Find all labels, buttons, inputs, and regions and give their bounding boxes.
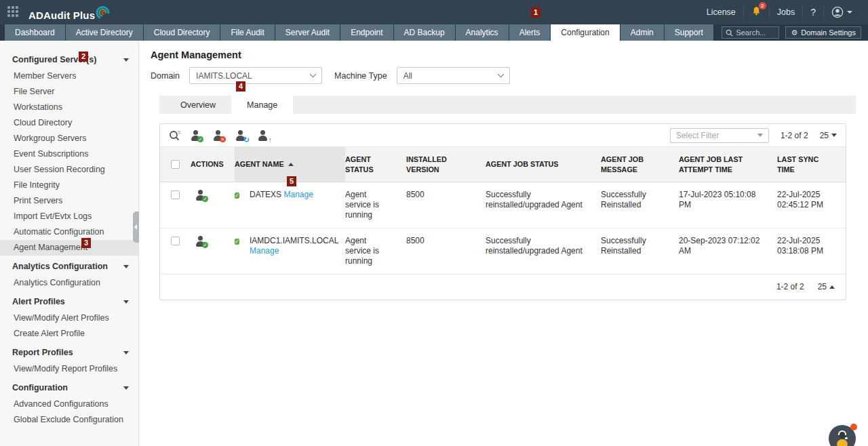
brand: ADAudit Plus [0,3,111,21]
chevron-up-icon [829,285,835,289]
nav-tab-file-audit[interactable]: File Audit [220,24,274,41]
agent-name: DATEXS [250,190,281,199]
license-link[interactable]: License [699,7,743,18]
select-filter-placeholder: Select Filter [676,131,719,140]
user-menu[interactable] [823,7,860,18]
sidebar-item-member-servers[interactable]: Member Servers [0,68,138,84]
sidebar-item-view-modify-alert-profiles[interactable]: View/Modify Alert Profiles [0,310,138,326]
sidebar-item-event-subscriptions[interactable]: Event Subscriptions [0,146,138,162]
nav-tab-ad-backup[interactable]: AD Backup [394,24,455,41]
sidebar-section-configuration[interactable]: Configuration [0,379,138,397]
search-input[interactable] [736,28,775,37]
nav-tab-analytics[interactable]: Analytics [456,24,509,41]
sidebar-item-global-exclude-configuration[interactable]: Global Exclude Configuration [0,412,138,428]
domain-settings-button[interactable]: ⚙ Domain Settings [785,26,861,39]
search-icon [726,29,733,37]
chat-alert-dot [850,424,857,430]
row-checkbox[interactable] [171,190,180,199]
sidebar-item-cloud-directory[interactable]: Cloud Directory [0,115,138,131]
agent-action-icon[interactable]: ✓ [196,236,208,247]
sidebar-item-workgroup-servers[interactable]: Workgroup Servers [0,131,138,146]
upgrade-agent-icon[interactable]: ↑ [258,130,271,141]
sidebar-section-configured-servers[interactable]: Configured Server(s) [0,51,138,68]
annotation-badge-4: 4 [236,81,245,92]
col-last-sync-time[interactable]: LAST SYNC TIME [777,147,846,182]
page-size-value: 25 [818,282,827,291]
sidebar-item-workstations[interactable]: Workstations [0,100,138,115]
sidebar-item-print-servers[interactable]: Print Servers [0,193,138,209]
uninstall-agent-icon[interactable]: ✕ [214,130,226,141]
help-button[interactable]: ? [802,7,823,18]
col-actions[interactable]: ACTIONS [191,147,235,182]
nav-tab-dashboard[interactable]: Dashboard [5,24,65,41]
sidebar-section-alert-profiles[interactable]: Alert Profiles [0,293,138,310]
sidebar-item-create-alert-profile[interactable]: Create Alert Profile [0,326,138,342]
manage-link[interactable]: Manage [283,190,313,199]
col-label: AGENT JOB MESSAGE [601,155,648,174]
agent-name-wrap: IAMDC1.IAMITS.LOCAL Manage [250,236,338,256]
sidebar-item-import-evt-logs[interactable]: Import Evt/Evtx Logs [0,209,138,224]
nav-tab-endpoint[interactable]: Endpoint [340,24,393,41]
table-header-row: ACTIONS AGENT NAME AGENT STATUS INSTALLE… [160,146,846,182]
sidebar-item-file-integrity[interactable]: File Integrity [0,178,138,193]
installed-version: 8500 [406,236,425,246]
sidebar-item-advanced-configurations[interactable]: Advanced Configurations [0,397,138,412]
agent-action-icon[interactable]: ✓ [196,190,208,201]
chevron-down-icon [123,300,129,304]
sort-asc-icon [288,163,294,166]
col-agent-job-last-attempt-time[interactable]: AGENT JOB LAST ATTEMPT TIME [679,147,777,182]
pagination-range-bottom: 1-2 of 2 [776,282,804,291]
reinstall-agent-icon[interactable]: ↻ [236,130,248,141]
app-logo[interactable]: ADAudit Plus [28,3,111,21]
nav-tab-admin[interactable]: Admin [620,24,664,41]
col-installed-version[interactable]: INSTALLED VERSION [406,147,486,182]
sidebar: Configured Server(s) Member Servers File… [0,41,139,446]
machine-type-select[interactable]: All [397,67,510,84]
pagination-range-top: 1-2 of 2 [781,131,808,140]
col-agent-job-status[interactable]: AGENT JOB STATUS [486,147,601,182]
col-agent-job-message[interactable]: AGENT JOB MESSAGE [601,147,679,182]
nav-tab-cloud-directory[interactable]: Cloud Directory [144,24,220,41]
chevron-down-icon [123,386,129,390]
apps-grid-icon[interactable] [7,6,20,18]
jobs-label: Jobs [777,7,795,17]
manage-link[interactable]: Manage [250,246,279,256]
global-search[interactable] [722,26,779,39]
notifications-button[interactable]: 2 [743,7,769,18]
table-row: ✓ ✓ IAMDC1.IAMITS.LOCAL Manage Agent ser… [160,228,846,275]
sidebar-section-analytics-configuration[interactable]: Analytics Configuration [0,258,138,275]
sidebar-item-automatic-configuration[interactable]: Automatic Configuration [0,224,138,240]
tab-manage[interactable]: Manage [231,96,293,114]
page-size-selector-bottom[interactable]: 25 [818,282,835,291]
sidebar-item-agent-management[interactable]: Agent Management [0,240,138,256]
select-filter-dropdown[interactable]: Select Filter [670,128,769,143]
col-label: AGENT JOB LAST ATTEMPT TIME [679,155,750,174]
jobs-link[interactable]: Jobs [769,7,802,18]
sidebar-item-user-session-recording[interactable]: User Session Recording [0,162,138,178]
sidebar-section-report-profiles[interactable]: Report Profiles [0,344,138,361]
row-checkbox[interactable] [171,237,180,245]
installed-version: 8500 [406,190,425,200]
sidebar-item-view-modify-report-profiles[interactable]: View/Modify Report Profiles [0,361,138,377]
sidebar-item-file-server[interactable]: File Server [0,84,138,100]
advanced-search-icon[interactable] [169,129,181,141]
nav-tab-configuration[interactable]: Configuration [551,24,619,41]
sidebar-collapse-handle[interactable] [133,211,139,243]
page-size-selector-top[interactable]: 25 [820,131,837,140]
agent-job-message: Successfully Reinstalled [601,190,652,210]
topbar-right: License 2 Jobs ? [699,7,868,18]
nav-tab-support[interactable]: Support [665,24,713,41]
domain-select[interactable]: IAMITS.LOCAL [189,67,322,84]
main-content: Agent Management Domain IAMITS.LOCAL Mac… [140,41,868,446]
install-agent-icon[interactable]: ✓ [191,130,203,141]
col-agent-status[interactable]: AGENT STATUS [345,147,406,182]
chevron-down-icon [497,71,504,78]
chat-support-icon[interactable] [829,425,856,446]
nav-tab-active-directory[interactable]: Active Directory [66,24,143,41]
sidebar-item-analytics-configuration[interactable]: Analytics Configuration [0,275,138,291]
tab-overview[interactable]: Overview [165,96,231,114]
nav-tab-server-audit[interactable]: Server Audit [275,24,340,41]
select-all-checkbox[interactable] [171,160,180,169]
chevron-down-icon [123,265,129,268]
nav-tab-alerts[interactable]: Alerts [509,24,551,41]
